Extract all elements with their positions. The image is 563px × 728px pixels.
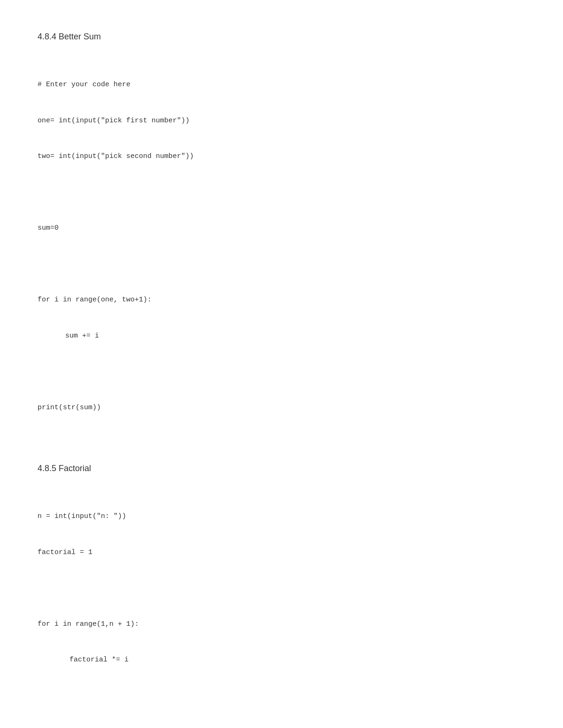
- code-line-empty: [38, 726, 525, 728]
- section-484-code: # Enter your code here one= int(input("p…: [38, 55, 525, 437]
- code-line-empty: [38, 366, 525, 378]
- code-line: one= int(input("pick first number")): [38, 115, 525, 127]
- code-line-empty: [38, 187, 525, 199]
- code-line: n = int(input("n: ")): [38, 510, 525, 523]
- code-line: factorial *= i: [38, 654, 525, 666]
- section-484-title: 4.8.4 Better Sum: [38, 28, 525, 45]
- code-line: factorial = 1: [38, 547, 525, 559]
- code-line-empty: [38, 582, 525, 594]
- code-line: sum += i: [38, 330, 525, 342]
- code-line: for i in range(1,n + 1):: [38, 618, 525, 630]
- code-line: for i in range(one, two+1):: [38, 294, 525, 306]
- section-485: 4.8.5 Factorial n = int(input("n: ")) fa…: [38, 460, 525, 728]
- section-484: 4.8.4 Better Sum # Enter your code here …: [38, 28, 525, 437]
- section-485-title: 4.8.5 Factorial: [38, 460, 525, 477]
- page-content: 4.8.4 Better Sum # Enter your code here …: [38, 28, 525, 728]
- code-line: # Enter your code here: [38, 79, 525, 91]
- code-line: print(str(sum)): [38, 402, 525, 414]
- section-485-code: n = int(input("n: ")) factorial = 1 for …: [38, 487, 525, 728]
- code-line: two= int(input("pick second number")): [38, 150, 525, 163]
- code-line-empty: [38, 690, 525, 702]
- code-line-empty: [38, 258, 525, 270]
- code-line: sum=0: [38, 222, 525, 234]
